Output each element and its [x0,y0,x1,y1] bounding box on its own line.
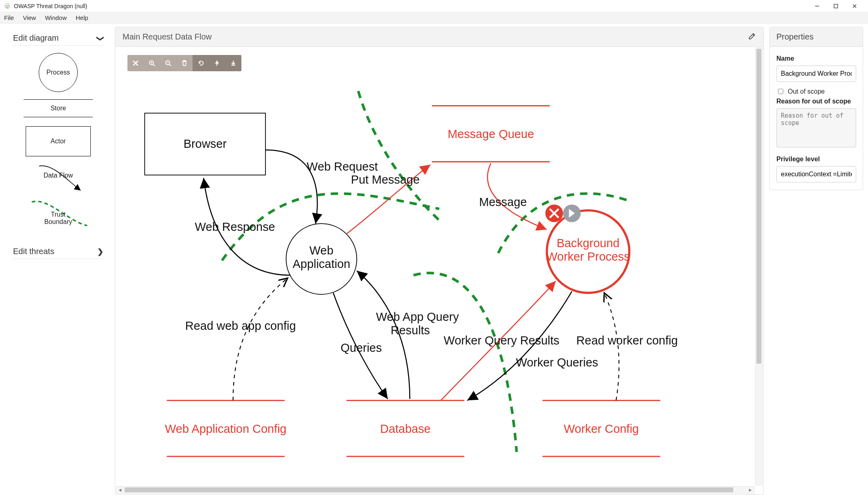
window-titlebar: OWASP Threat Dragon (null) [0,0,868,12]
node-message-queue[interactable]: Message Queue [432,106,550,162]
flow-webapp-results-label-2: Results [391,324,430,337]
out-of-scope-label: Out of scope [788,88,825,95]
menu-help[interactable]: Help [76,14,88,21]
stencil-store[interactable]: Store [15,99,101,117]
out-of-scope-checkbox[interactable] [778,89,783,94]
reason-textarea [776,108,856,147]
stencil-store-label: Store [50,105,66,112]
stencil-process[interactable]: Process [15,53,101,92]
node-db-label: Database [380,422,431,435]
window-title: OWASP Threat Dragon (null) [14,3,87,9]
canvas-horizontal-scrollbar[interactable]: ◄ ► [116,486,754,494]
diagram-canvas[interactable]: Browser Web Application Background Worke… [115,47,763,494]
reason-label: Reason for out of scope [776,98,856,105]
flow-read-webcfg[interactable] [233,278,287,400]
flow-read-workercfg-label: Read worker config [576,334,677,347]
stencil-data-flow[interactable]: Data Flow [15,159,101,194]
stencil-flow-label: Data Flow [44,172,73,179]
chevron-down-icon: ❯ [96,35,105,41]
node-webapp-label-2: Application [293,257,351,270]
edit-diagram-section[interactable]: Edit diagram ❯ [13,31,103,46]
node-webapp-label-1: Web [309,244,333,257]
window-maximize-button[interactable] [826,0,845,12]
app-icon [4,3,11,9]
properties-title: Properties [770,27,863,47]
edit-title-button[interactable] [748,32,756,42]
stencil-process-label: Process [46,69,70,76]
node-link-handle[interactable] [563,204,581,222]
node-webcfg-label: Web Application Config [165,422,287,435]
scroll-left-icon[interactable]: ◄ [116,487,124,492]
privilege-input[interactable] [776,166,856,182]
stencil-sidebar: Edit diagram ❯ .section-header .chevron{… [0,24,115,498]
node-web-app-config[interactable]: Web Application Config [165,400,287,456]
node-workercfg-label: Worker Config [564,422,639,435]
menu-view[interactable]: View [23,14,36,21]
stencil-boundary-label-1: Trust [44,211,72,218]
chevron-right-icon: ❯ [97,247,103,256]
edit-diagram-label: Edit diagram [13,33,59,43]
node-remove-handle[interactable] [545,204,563,222]
edit-threats-label: Edit threats [13,247,54,256]
flow-queries-label: Queries [341,341,382,354]
name-label: Name [776,55,856,62]
flow-web-response-label: Web Response [195,220,275,233]
flow-worker-queries-label: Worker Queries [516,356,598,369]
menu-window[interactable]: Window [45,14,66,21]
menu-bar: File View Window Help [0,12,868,24]
svg-rect-4 [834,4,838,8]
stencil-trust-boundary[interactable]: Trust Boundary [15,197,101,226]
svg-point-1 [6,5,7,6]
diagram-canvas-card: Main Request Data Flow [115,27,764,495]
node-database[interactable]: Database [346,400,464,456]
node-bgworker-label-2: Worker Process [546,250,630,263]
flow-put-message-label: Put Message [351,173,420,186]
stencil-actor-label: Actor [50,138,66,145]
properties-panel: Properties Name Out of scope Reason for … [769,27,863,190]
svg-point-2 [8,5,9,6]
stencil-boundary-label-2: Boundary [44,218,72,226]
scroll-right-icon[interactable]: ► [747,487,754,492]
svg-point-0 [5,4,10,9]
flow-message-label: Message [479,195,527,208]
stencil-actor[interactable]: Actor [15,126,101,156]
diagram-svg[interactable]: Browser Web Application Background Worke… [115,47,763,494]
diagram-title: Main Request Data Flow [123,32,212,42]
flow-read-webcfg-label: Read web app config [185,319,296,332]
node-message-queue-label: Message Queue [447,127,534,140]
canvas-vertical-scrollbar[interactable] [755,48,763,485]
flow-webapp-results-label-1: Web App Query [376,310,459,323]
name-input[interactable] [776,66,856,82]
node-browser-label: Browser [184,137,227,150]
node-bgworker-label-1: Background [557,237,619,250]
privilege-label: Privilege level [776,156,856,163]
flow-web-request-label: Web Request [307,160,378,173]
window-minimize-button[interactable] [808,0,826,12]
window-close-button[interactable] [845,0,864,12]
edit-threats-section[interactable]: Edit threats ❯ [13,244,103,259]
pencil-icon [748,32,756,40]
flow-worker-results-label: Worker Query Results [444,334,559,347]
menu-file[interactable]: File [4,14,14,21]
node-worker-config[interactable]: Worker Config [542,400,660,456]
trust-boundary[interactable] [358,91,443,224]
